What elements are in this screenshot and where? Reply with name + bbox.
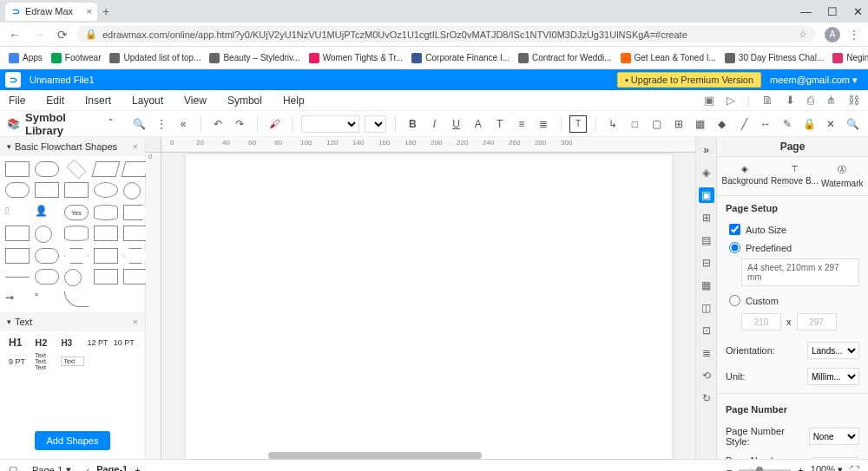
play-icon[interactable]: ▷ [727, 94, 735, 107]
height-input[interactable] [797, 313, 837, 330]
search-icon[interactable]: 🔍 [131, 115, 148, 133]
align-left-icon[interactable]: ≡ [513, 115, 529, 133]
text-panel-header[interactable]: ▾ Text × [0, 312, 145, 331]
menu-help[interactable]: Help [283, 95, 305, 107]
filename[interactable]: Unnamed File1 [30, 75, 95, 85]
shape-prep[interactable] [64, 248, 89, 264]
shape-curve[interactable] [64, 291, 89, 307]
undo-icon[interactable]: ↶ [210, 115, 227, 133]
shape-yes[interactable]: Yes [64, 205, 89, 220]
back-icon[interactable]: ← [9, 28, 21, 42]
shape-document[interactable] [123, 226, 148, 241]
align-icon[interactable]: ≣ [699, 345, 714, 361]
user-email[interactable]: meem@gmail.com ▾ [770, 75, 863, 86]
tab-background[interactable]: ◈ Background [722, 164, 768, 188]
chevron-down-icon[interactable]: ▾ [7, 142, 11, 151]
unit-select[interactable]: Millim... [807, 368, 859, 385]
minimize-icon[interactable]: — [800, 5, 812, 18]
auto-size-checkbox[interactable] [729, 224, 740, 235]
shape-table-icon[interactable]: ▦ [692, 115, 708, 133]
arrow-icon[interactable]: ↔ [758, 115, 774, 133]
bookmark-item[interactable]: Women Tights & Tr... [309, 53, 404, 63]
grid-icon[interactable]: ⊞ [699, 210, 714, 226]
edit-icon[interactable]: ✎ [779, 115, 796, 133]
style-icon[interactable]: ◫ [699, 300, 714, 316]
connector-icon[interactable]: ↳ [605, 115, 621, 133]
save-icon[interactable]: 🗎 [762, 94, 773, 107]
horizontal-scrollbar[interactable] [268, 452, 482, 459]
bookmark-item[interactable]: Footwear [51, 53, 102, 63]
bookmark-item[interactable]: Contract for Weddi... [518, 53, 612, 63]
text-9pt[interactable]: 9 PT [9, 357, 31, 366]
prev-page-icon[interactable]: ‹ [86, 465, 89, 472]
page-selector[interactable]: Page-1 ▾ [24, 461, 79, 471]
page-surface[interactable] [161, 153, 695, 459]
page-number-style-select[interactable]: None [809, 428, 859, 445]
shape-actor[interactable]: 𖡄 [5, 205, 30, 220]
shape-trapezoid[interactable] [94, 248, 118, 264]
shape-user[interactable]: 👤 [35, 205, 59, 220]
new-tab-button[interactable]: + [102, 4, 109, 18]
profile-avatar[interactable]: A [825, 27, 840, 43]
collapse-icon[interactable]: « [175, 115, 192, 133]
shape-wave[interactable] [5, 248, 30, 264]
text-10pt[interactable]: 10 PT [114, 338, 136, 347]
close-icon[interactable]: × [133, 317, 138, 327]
tab-watermark[interactable]: Ⓐ Watermark [821, 164, 864, 188]
underline-icon[interactable]: U [448, 115, 464, 133]
shape-data[interactable] [92, 161, 121, 177]
layers-icon[interactable]: ⊟ [699, 255, 714, 271]
expand-arrow-icon[interactable]: » [699, 142, 714, 158]
star-icon[interactable]: ☆ [799, 29, 807, 40]
bookmark-item[interactable]: Get Lean & Toned I... [621, 53, 716, 63]
history-icon[interactable]: ↻ [699, 390, 714, 406]
chevron-down-icon[interactable]: ▾ [7, 317, 11, 326]
orientation-select[interactable]: Lands... [807, 342, 859, 359]
shape-ring[interactable] [64, 269, 82, 286]
zoom-out-icon[interactable]: − [727, 465, 732, 472]
shape-circle[interactable] [123, 182, 141, 200]
bookmark-item[interactable]: Updated list of top... [109, 53, 201, 63]
bookmark-item[interactable]: Beauty – Styledriv... [209, 53, 299, 63]
fill-icon[interactable]: ◈ [699, 165, 714, 180]
shape-pill[interactable] [35, 269, 59, 285]
close-icon[interactable]: × [133, 141, 138, 152]
predefined-value[interactable]: A4 sheet, 210mm x 297 mm [741, 258, 859, 286]
shape-predefined[interactable] [64, 182, 89, 198]
bold-icon[interactable]: B [404, 115, 421, 133]
text-box[interactable]: Text [61, 357, 83, 366]
browser-tab[interactable]: ⊃ Edraw Max × [5, 3, 97, 21]
shape-hexagon[interactable] [123, 248, 148, 264]
shape-pentagon[interactable] [123, 269, 148, 285]
custom-radio[interactable] [729, 295, 740, 306]
zoom-in-icon[interactable]: + [798, 465, 803, 472]
text-12pt[interactable]: 12 PT [88, 338, 110, 347]
zoom-label[interactable]: 100% ▾ [811, 464, 843, 471]
shape-line[interactable] [5, 277, 30, 278]
theme-icon[interactable]: ▤ [699, 232, 714, 248]
bookmark-item[interactable]: Negin Mirsalehi (@... [832, 53, 868, 63]
layout-view-icon[interactable]: ▢ [9, 464, 17, 471]
italic-icon[interactable]: I [426, 115, 443, 133]
text-sample[interactable]: TextTextText [35, 352, 57, 370]
shape-arrow[interactable] [123, 205, 148, 220]
close-window-icon[interactable]: ✕ [853, 5, 863, 18]
font-select[interactable] [301, 115, 359, 133]
link-icon[interactable]: ⛓ [848, 94, 859, 107]
shape-terminal[interactable] [5, 182, 30, 198]
menu-view[interactable]: View [184, 95, 207, 107]
properties-icon[interactable]: ▦ [699, 278, 714, 293]
shape-direct[interactable] [64, 226, 89, 241]
text-h1[interactable]: H1 [9, 337, 31, 349]
tools-icon[interactable]: ✕ [823, 115, 839, 133]
size-select[interactable] [365, 115, 386, 133]
menu-file[interactable]: File [9, 95, 25, 107]
menu-edit[interactable]: Edit [46, 95, 64, 107]
forward-icon[interactable]: → [33, 28, 45, 42]
page-number-position-select[interactable]: Center [812, 457, 859, 459]
text-h3[interactable]: H3 [61, 338, 83, 348]
shapes-panel-header[interactable]: ▾ Basic Flowchart Shapes × [0, 137, 145, 156]
add-shapes-button[interactable]: Add Shapes [35, 431, 111, 450]
fullscreen-icon[interactable]: ⛶ [850, 465, 859, 472]
filter-icon[interactable]: ⋮ [154, 115, 170, 133]
